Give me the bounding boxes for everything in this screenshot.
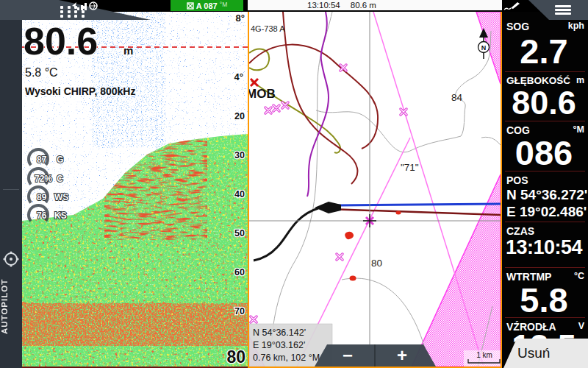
signal-status-icons — [71, 1, 102, 14]
depth-unit: m — [576, 75, 584, 86]
sog-label: SOG — [506, 21, 529, 32]
gauge-4-unit: KS — [54, 210, 67, 221]
gauge-color-unit: C — [57, 174, 63, 184]
zoom-in-button[interactable]: + — [397, 345, 407, 365]
map-info-bar: 13:10:54 80.6 m — [248, 0, 502, 10]
chart-canvas: MOB 4G-738 A 84 "71" 80 N N — [249, 12, 501, 367]
sonar-panel[interactable]: 80.6 m 5.8 °C Wysoki CHIRP, 800kHz 87 G … — [22, 10, 248, 368]
temp-scale-4: 4° — [234, 71, 243, 82]
cursor-lon: E 19°03.162' — [253, 340, 305, 350]
depth-range-label: 80 — [226, 347, 245, 367]
gauge-3-value: 89 — [37, 192, 47, 202]
chart-cell-label: 4G-738 A — [251, 24, 285, 33]
pos-lat: N 54°36.272' — [506, 188, 587, 202]
zoom-control: − + — [315, 344, 436, 367]
scale-label: 1 km — [476, 351, 492, 359]
time-label: CZAS — [506, 225, 534, 237]
sonar-depth-unit: m — [123, 44, 133, 57]
pos-label: POS — [506, 174, 528, 186]
sonar-water-temp: 5.8 °C — [25, 66, 58, 79]
depth-tick-40: 40 — [234, 189, 245, 199]
gps-signal-icon — [71, 1, 102, 11]
watertemp-value: 5.8 — [502, 283, 586, 317]
time-value: 13:10:54 — [502, 238, 586, 258]
zoom-out-button[interactable]: − — [343, 345, 353, 365]
clear-cursor-label: Usuń kursor — [517, 345, 556, 368]
map-time: 13:10:54 — [307, 1, 340, 10]
north-label: N — [481, 44, 487, 52]
autopilot-icon — [2, 250, 20, 271]
gauge-color-value: 72% — [35, 174, 52, 184]
map-scale-bar: 1 km — [464, 350, 501, 367]
gauge-gain-value: 87 — [37, 155, 47, 165]
chart-panel[interactable]: MOB 4G-738 A 84 "71" 80 N N — [248, 10, 502, 368]
panel-divider — [505, 121, 585, 121]
contour-label-80: 80 — [371, 258, 382, 269]
pen-icon — [503, 1, 521, 11]
heading-value: A 087 — [196, 1, 218, 10]
depth-value: 80.6 — [502, 86, 586, 119]
route-leg-active — [338, 204, 501, 205]
autopilot-sidebar[interactable]: AUTOPILOT — [0, 12, 22, 368]
depth-tick-50: 50 — [234, 228, 245, 238]
heading-unit: °M — [220, 1, 227, 8]
depth-tick-70: 70 — [234, 306, 245, 316]
autopilot-heading-badge[interactable]: A 087 °M — [171, 0, 243, 11]
cursor-lat: N 54°36.142' — [253, 328, 306, 338]
cog-unit: °M — [573, 124, 584, 136]
mob-label: MOB — [249, 87, 276, 101]
pos-lon: E 19°02.486' — [506, 205, 587, 219]
panel-divider — [505, 171, 585, 171]
panel-divider — [505, 71, 585, 72]
depth-tick-30: 30 — [234, 150, 245, 160]
contour-label-71: "71" — [401, 162, 419, 173]
hamburger-icon — [555, 5, 571, 15]
cog-value: 086 — [502, 135, 586, 170]
sog-unit: kph — [568, 21, 584, 32]
gauge-3-unit: WS — [54, 192, 68, 202]
cursor-tool-indicator — [503, 1, 521, 14]
panel-divider — [505, 222, 585, 222]
panel-divider — [505, 267, 585, 268]
contour-label-84: 84 — [451, 92, 463, 103]
autopilot-label: AUTOPILOT — [0, 271, 22, 342]
temp-scale-8: 8° — [236, 13, 245, 24]
gauge-gain-unit: G — [57, 155, 63, 165]
watertemp-unit: °C — [574, 271, 584, 283]
sidebar-divider — [3, 189, 19, 190]
sonar-mode-label: Wysoki CHIRP, 800kHz — [25, 85, 135, 97]
sog-value: 2.7 — [502, 34, 586, 68]
instrument-data-panel[interactable]: SOG kph 2.7 GŁĘBOKOŚĆ m 80.6 COG °M 086 … — [502, 12, 588, 368]
gauge-4-value: 76 — [37, 210, 47, 221]
sonar-echogram: 80.6 m 5.8 °C Wysoki CHIRP, 800kHz 87 G … — [22, 12, 248, 367]
sonar-depth-value: 80.6 — [24, 20, 98, 63]
map-depth: 80.6 m — [351, 1, 376, 10]
chartplotter-screen: 13:10:54 80.6 m A 087 °M — [0, 0, 588, 368]
depth-tick-20: 20 — [234, 111, 245, 121]
cursor-range: 0.76 km, 102 °M — [253, 353, 320, 363]
depth-tick-60: 60 — [234, 267, 245, 277]
panel-divider — [505, 317, 585, 318]
waypoint-icon — [187, 2, 194, 10]
